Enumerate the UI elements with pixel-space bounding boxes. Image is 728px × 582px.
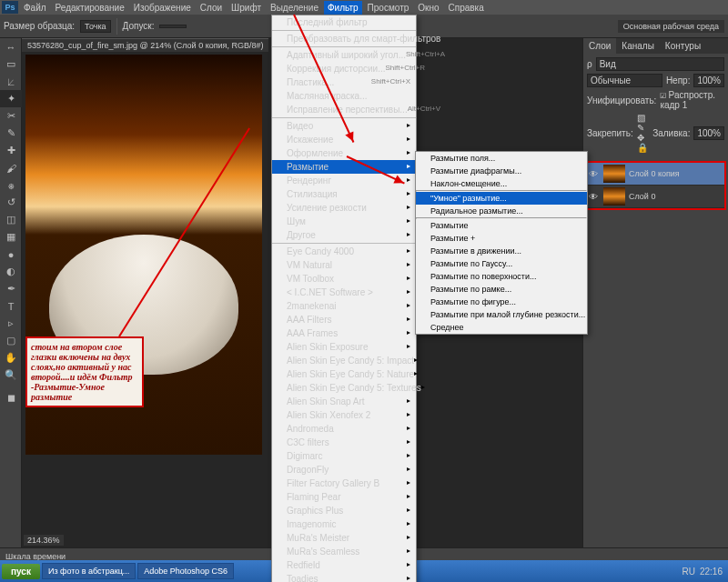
menu-item[interactable]: AAA Frames — [272, 326, 416, 340]
menu-item[interactable]: < I.C.NET Software > — [272, 286, 416, 299]
tool-eyedropper[interactable]: ✎ — [0, 125, 22, 142]
menu-item[interactable]: Andromeda — [272, 422, 416, 436]
layer-row[interactable]: 👁 Слой 0 копия — [587, 163, 724, 186]
start-button[interactable]: пуск — [2, 564, 40, 579]
lang-indicator[interactable]: RU — [682, 567, 695, 577]
tab-channels[interactable]: Каналы — [616, 38, 660, 54]
menu-item[interactable]: Размытие — [272, 160, 416, 174]
submenu-item[interactable]: Наклон-смещение... — [416, 177, 587, 190]
submenu-item[interactable]: Размытие по Гауссу... — [416, 257, 587, 270]
tool-eraser[interactable]: ◫ — [0, 211, 22, 228]
menu-item[interactable]: Искажение — [272, 133, 416, 146]
menu-item[interactable]: Graphics Plus — [272, 504, 416, 517]
menu-item[interactable]: Redfield — [272, 558, 416, 572]
menu-item[interactable]: Пластика...Shift+Ctrl+X — [272, 75, 416, 89]
opacity-input[interactable]: 100% — [693, 74, 724, 87]
tool-path[interactable]: ▹ — [0, 315, 22, 332]
tool-heal[interactable]: ✚ — [0, 142, 22, 159]
propagate-check[interactable]: ☑ Распростр. кадр 1 — [660, 90, 724, 110]
tool-shape[interactable]: ▢ — [0, 332, 22, 349]
menu-view[interactable]: Просмотр — [364, 1, 413, 15]
tool-zoom[interactable]: 🔍 — [0, 366, 22, 384]
menu-item[interactable]: Исправление перспективы...Alt+Ctrl+V — [272, 103, 416, 116]
menu-item[interactable]: Alien Skin Snap Art — [272, 395, 416, 408]
lock-buttons[interactable]: ▧ ✎ ✥ 🔒 — [637, 113, 649, 153]
submenu-item[interactable]: "Умное" размытие... — [416, 192, 587, 205]
menu-item[interactable]: Оформление — [272, 146, 416, 160]
menu-item[interactable]: MuRa's Meister — [272, 531, 416, 545]
menu-layers[interactable]: Слои — [197, 1, 226, 15]
tab-paths[interactable]: Контуры — [660, 38, 706, 54]
tool-type[interactable]: T — [0, 297, 22, 315]
system-tray[interactable]: RU 22:16 — [679, 567, 727, 577]
submenu-item[interactable]: Среднее — [416, 321, 587, 334]
menu-item[interactable]: Коррекция дисторсии...Shift+Ctrl+R — [272, 62, 416, 75]
menu-item[interactable]: Digimarc — [272, 449, 416, 463]
menu-item[interactable]: Масляная краска... — [272, 89, 416, 103]
submenu-item[interactable]: Размытие по рамке... — [416, 283, 587, 296]
tool-stamp[interactable]: ⎈ — [0, 176, 22, 194]
menu-item[interactable]: VM Natural — [272, 258, 416, 272]
menu-filter[interactable]: Фильтр — [324, 1, 362, 15]
menu-window[interactable]: Окно — [414, 1, 442, 15]
menu-item[interactable]: Другое — [272, 228, 416, 242]
blend-mode-select[interactable]: Обычные — [587, 74, 662, 87]
layer-kind-select[interactable]: Вид — [596, 57, 724, 71]
submenu-item[interactable]: Размытие поля... — [416, 152, 587, 165]
tool-brush[interactable]: 🖌 — [0, 159, 22, 176]
workspace-switcher[interactable]: Основная рабочая среда — [618, 20, 724, 33]
menu-item[interactable]: Flaming Pear — [272, 490, 416, 504]
fill-input[interactable]: 100% — [693, 126, 724, 140]
submenu-item[interactable]: Размытие — [416, 219, 587, 232]
submenu-item[interactable]: Радиальное размытие... — [416, 205, 587, 217]
sample-size-select[interactable]: Точка — [80, 20, 110, 33]
menu-image[interactable]: Изображение — [130, 1, 195, 15]
taskbar-item[interactable]: Adobe Photoshop CS6 — [137, 563, 234, 579]
menu-item[interactable]: DragonFly — [272, 463, 416, 477]
tab-layers[interactable]: Слои — [583, 38, 616, 54]
menu-item[interactable]: Усиление резкости — [272, 201, 416, 215]
submenu-item[interactable]: Размытие диафрагмы... — [416, 165, 587, 177]
tool-dodge[interactable]: ◐ — [0, 263, 22, 280]
menu-item[interactable]: C3C filters — [272, 436, 416, 449]
layer-row[interactable]: 👁 Слой 0 — [587, 186, 724, 208]
tool-pen[interactable]: ✒ — [0, 280, 22, 297]
menu-item[interactable]: Alien Skin Exposure — [272, 340, 416, 354]
submenu-item[interactable]: Размытие + — [416, 232, 587, 245]
layer-name[interactable]: Слой 0 копия — [629, 169, 680, 178]
menu-item[interactable]: Alien Skin Eye Candy 5: Nature — [272, 367, 416, 381]
menu-item[interactable]: Eye Candy 4000 — [272, 245, 416, 258]
menu-type[interactable]: Шрифт — [228, 1, 265, 15]
document-tab[interactable]: 53576280_cup_of_fire_sm.jpg @ 214% (Слой… — [22, 38, 268, 52]
submenu-item[interactable]: Размытие при малой глубине резкости... — [416, 308, 587, 321]
submenu-item[interactable]: Размытие по поверхности... — [416, 270, 587, 283]
menu-item[interactable]: Toadies — [272, 572, 416, 582]
menu-help[interactable]: Справка — [445, 1, 488, 15]
tool-move[interactable]: ↔ — [0, 38, 22, 55]
taskbar-item[interactable]: Из фото в абстракц... — [42, 563, 136, 579]
submenu-item[interactable]: Размытие по фигуре... — [416, 296, 587, 308]
menu-select[interactable]: Выделение — [267, 1, 322, 15]
menu-file[interactable]: Файл — [20, 1, 50, 15]
menu-item[interactable]: VM Toolbox — [272, 272, 416, 286]
visibility-icon[interactable]: 👁 — [589, 169, 600, 179]
tool-hand[interactable]: ✋ — [0, 349, 22, 366]
menu-item[interactable]: Шум — [272, 215, 416, 228]
tool-lasso[interactable]: ⟀ — [0, 73, 22, 90]
tool-history[interactable]: ↺ — [0, 194, 22, 211]
zoom-level[interactable]: 214.36% — [24, 535, 64, 546]
menu-item[interactable]: Imagenomic — [272, 517, 416, 531]
menu-item[interactable]: Filter Factory Gallery B — [272, 477, 416, 490]
menu-item[interactable]: 2manekenai — [272, 299, 416, 313]
visibility-icon[interactable]: 👁 — [589, 192, 600, 202]
color-swatches[interactable]: ◼ — [0, 384, 22, 411]
menu-item[interactable]: AAA Filters — [272, 313, 416, 326]
menu-item[interactable]: Alien Skin Eye Candy 5: Impact — [272, 354, 416, 367]
tool-crop[interactable]: ✂ — [0, 107, 22, 125]
tool-gradient[interactable]: ▦ — [0, 228, 22, 246]
menu-edit[interactable]: Редактирование — [52, 1, 128, 15]
submenu-item[interactable]: Размытие в движении... — [416, 245, 587, 257]
menu-item[interactable]: Преобразовать для смарт-фильтров — [272, 32, 416, 45]
menu-item[interactable]: MuRa's Seamless — [272, 545, 416, 558]
tool-marquee[interactable]: ▭ — [0, 55, 22, 73]
